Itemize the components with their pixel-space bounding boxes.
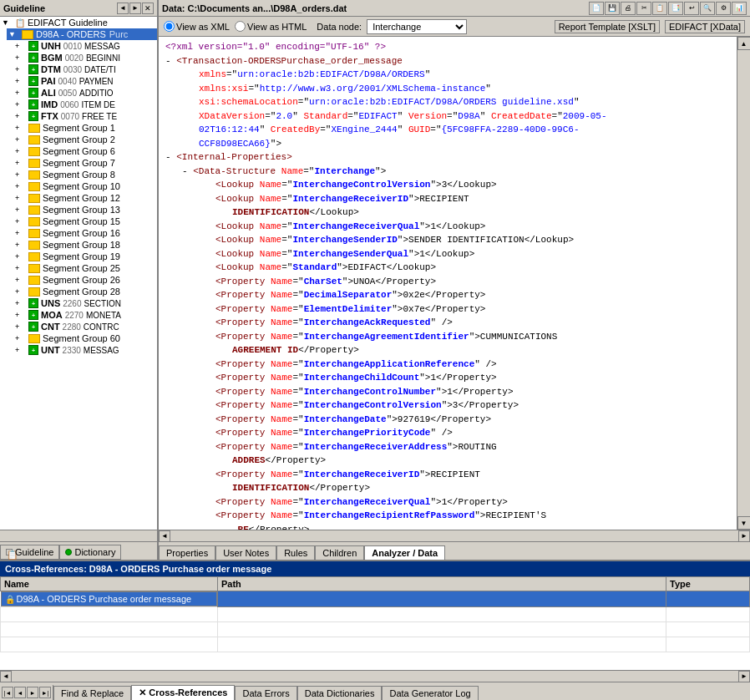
bottom-nav-prev-btn[interactable]: ◄ bbox=[14, 687, 26, 698]
list-item[interactable]: + Segment Group 18 bbox=[13, 239, 157, 251]
view-xml-radio-label[interactable]: View as XML bbox=[164, 21, 230, 32]
tree-item[interactable]: ▼ 📋 EDIFACT Guideline bbox=[0, 17, 157, 28]
scroll-right-btn[interactable]: ► bbox=[738, 530, 750, 542]
table-row[interactable]: 🔒 D98A - ORDERS Purchase order message bbox=[1, 591, 750, 607]
xml-line: <Property Name="InterchangeControlNumber… bbox=[215, 385, 730, 399]
tab-data-dictionaries[interactable]: Data Dictionaries bbox=[297, 686, 383, 700]
list-item[interactable]: + + MOA 2270 MONETA bbox=[13, 309, 157, 321]
icon-btn-2[interactable]: 💾 bbox=[605, 2, 620, 15]
list-item[interactable]: + Segment Group 26 bbox=[13, 274, 157, 286]
tab-data-generator-log[interactable]: Data Generator Log bbox=[382, 686, 478, 700]
icon-btn-10[interactable]: 📊 bbox=[732, 2, 747, 15]
scroll-left-btn[interactable]: ◄ bbox=[159, 530, 170, 542]
list-item[interactable]: + Segment Group 60 bbox=[13, 332, 157, 344]
icon-btn-6[interactable]: 📑 bbox=[668, 2, 683, 15]
list-item[interactable]: + + BGM 0020 BEGINNI bbox=[13, 52, 157, 63]
view-html-radio[interactable] bbox=[235, 21, 246, 32]
tab-cross-references[interactable]: ✕ Cross-References bbox=[131, 685, 235, 700]
tree-item[interactable]: ▼ D98A - ORDERS Purc bbox=[7, 28, 157, 40]
data-node-select[interactable]: Interchange bbox=[367, 19, 467, 34]
bottom-section: Cross-References: D98A - ORDERS Purchase… bbox=[0, 560, 750, 700]
list-item[interactable]: + Segment Group 7 bbox=[13, 157, 157, 169]
list-item[interactable]: + Segment Group 12 bbox=[13, 192, 157, 204]
scroll-up-btn[interactable]: ▲ bbox=[737, 37, 751, 50]
view-xml-radio[interactable] bbox=[164, 21, 175, 32]
tab-children[interactable]: Children bbox=[315, 545, 364, 560]
group-label: Segment Group 13 bbox=[43, 205, 120, 215]
expand-icon: + bbox=[15, 252, 28, 261]
tab-data-errors[interactable]: Data Errors bbox=[235, 686, 296, 700]
bottom-nav-first-btn[interactable]: |◄ bbox=[2, 687, 13, 698]
icon-btn-1[interactable]: 📄 bbox=[589, 2, 604, 15]
list-item[interactable]: + Segment Group 15 bbox=[13, 216, 157, 227]
list-item[interactable]: + Segment Group 28 bbox=[13, 286, 157, 297]
segment-code: IMD bbox=[41, 99, 58, 109]
expand-icon: + bbox=[15, 346, 28, 354]
report-template-btn[interactable]: Report Template [XSLT] bbox=[555, 20, 660, 33]
xml-line: ADDRES</Property> bbox=[232, 454, 730, 468]
icon-btn-9[interactable]: ⚙ bbox=[716, 2, 731, 15]
list-item[interactable]: + + DTM 0030 DATE/TI bbox=[13, 63, 157, 75]
segment-num: 0050 bbox=[58, 89, 77, 98]
folder-icon bbox=[28, 252, 40, 261]
list-item[interactable]: + + UNS 2260 SECTION bbox=[13, 297, 157, 309]
tab-dictionary[interactable]: Dictionary bbox=[59, 545, 121, 560]
tab-properties[interactable]: Properties bbox=[159, 545, 215, 560]
list-item[interactable]: + + UNT 2330 MESSAG bbox=[13, 344, 157, 356]
bottom-scroll-left-btn[interactable]: ◄ bbox=[0, 671, 12, 682]
xml-line: <Property Name="InterchangeReceiverQual"… bbox=[215, 495, 730, 510]
xml-line: <Property Name="InterchangeControlVersio… bbox=[215, 398, 730, 413]
nav-left-btn[interactable]: ◄ bbox=[117, 3, 129, 14]
edifact-xdata-btn[interactable]: EDIFACT [XData] bbox=[665, 20, 745, 33]
list-item[interactable]: + Segment Group 8 bbox=[13, 169, 157, 180]
list-item[interactable]: + + PAI 0040 PAYMEN bbox=[13, 75, 157, 87]
bottom-scrollbar-h[interactable]: ◄ ► bbox=[0, 670, 750, 682]
xml-scrollbar-h[interactable]: ◄ ► bbox=[159, 530, 750, 541]
icon-btn-3[interactable]: 🖨 bbox=[621, 2, 636, 15]
icon-btn-8[interactable]: 🔍 bbox=[700, 2, 715, 15]
data-node-label: Data node: bbox=[317, 22, 362, 32]
list-item[interactable]: + Segment Group 1 bbox=[13, 122, 157, 134]
icon-btn-4[interactable]: ✂ bbox=[636, 2, 651, 15]
segment-num: 0020 bbox=[65, 53, 84, 63]
icon-btn-7[interactable]: ↩ bbox=[684, 2, 699, 15]
segment-code: UNH bbox=[41, 41, 61, 51]
icon-btn-5[interactable]: 📋 bbox=[652, 2, 667, 15]
list-item[interactable]: + Segment Group 10 bbox=[13, 180, 157, 192]
list-item[interactable]: + Segment Group 19 bbox=[13, 251, 157, 262]
tab-rules[interactable]: Rules bbox=[276, 545, 315, 560]
tab-guideline[interactable]: 📋 Guideline bbox=[0, 545, 59, 560]
xml-scrollbar-v[interactable]: ▲ ▼ bbox=[737, 37, 750, 530]
scroll-down-btn[interactable]: ▼ bbox=[737, 516, 751, 530]
expand-icon: + bbox=[15, 217, 28, 226]
guideline-tab-label: Guideline bbox=[15, 547, 53, 557]
close-panel-btn[interactable]: ✕ bbox=[142, 3, 154, 14]
list-item[interactable]: + Segment Group 16 bbox=[13, 227, 157, 239]
list-item[interactable]: + Segment Group 25 bbox=[13, 262, 157, 274]
tree-suffix: Purc bbox=[109, 29, 129, 39]
tab-analyzer-data[interactable]: Analyzer / Data bbox=[364, 545, 445, 560]
nav-right-btn[interactable]: ► bbox=[129, 3, 141, 14]
tree-scrollbar-h[interactable] bbox=[0, 530, 157, 541]
bottom-nav-next-btn[interactable]: ► bbox=[27, 687, 38, 698]
bottom-nav-last-btn[interactable]: ►| bbox=[39, 687, 51, 698]
bottom-header: Cross-References: D98A - ORDERS Purchase… bbox=[0, 561, 750, 576]
tab-user-notes[interactable]: User Notes bbox=[215, 545, 276, 560]
tab-find-replace[interactable]: Find & Replace bbox=[53, 686, 131, 700]
list-item[interactable]: + + UNH 0010 MESSAG bbox=[13, 40, 157, 52]
list-item[interactable]: + + IMD 0060 ITEM DE bbox=[13, 99, 157, 110]
list-item[interactable]: + Segment Group 6 bbox=[13, 145, 157, 157]
bottom-nav-controls: |◄ ◄ ► ►| bbox=[0, 685, 53, 700]
list-item[interactable]: + Segment Group 2 bbox=[13, 134, 157, 145]
segment-code: UNS bbox=[41, 298, 60, 308]
expand-icon: + bbox=[15, 112, 28, 120]
list-item[interactable]: + Segment Group 13 bbox=[13, 204, 157, 216]
list-item[interactable]: + + CNT 2280 CONTRC bbox=[13, 321, 157, 332]
view-html-radio-label[interactable]: View as HTML bbox=[235, 21, 307, 32]
bottom-scroll-right-btn[interactable]: ► bbox=[738, 671, 750, 682]
folder-icon bbox=[22, 30, 33, 39]
list-item[interactable]: + + ALI 0050 ADDITIO bbox=[13, 87, 157, 99]
segment-desc: MESSAG bbox=[84, 42, 120, 51]
list-item[interactable]: + + FTX 0070 FREE TE bbox=[13, 110, 157, 122]
xml-content: <?xml version="1.0" encoding="UTF-16" ?>… bbox=[159, 37, 737, 530]
